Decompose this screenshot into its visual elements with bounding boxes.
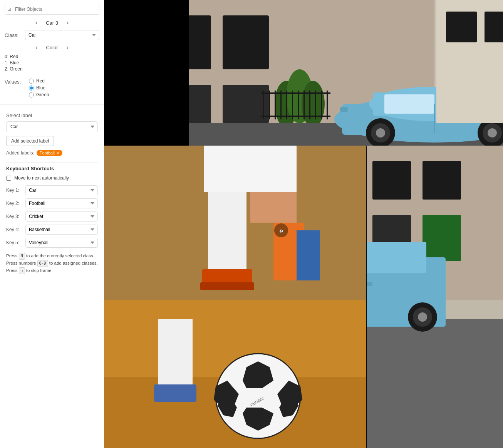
- select-label-title: Select label: [6, 112, 98, 118]
- svg-point-33: [376, 128, 385, 138]
- help-line1b: to add the currently selected class.: [26, 253, 94, 258]
- help-line1: Press: [6, 253, 19, 258]
- color-option-2: 2: Green: [5, 66, 99, 72]
- color-prev-button[interactable]: ‹: [33, 43, 40, 52]
- svg-rect-12: [269, 91, 270, 119]
- help-line2: Press numbers: [6, 261, 37, 265]
- key-row-2: Key 2: CarFootballCricketBasketballVolle…: [6, 198, 98, 208]
- color-options-list: 0: Red 1: Blue 2: Green: [5, 54, 99, 72]
- class-select[interactable]: Car Football Cricket Basketball Volleyba…: [25, 30, 99, 40]
- divider-1: [5, 75, 99, 75]
- help-line3: Press: [6, 268, 19, 273]
- color-option-0: 0: Red: [5, 54, 99, 59]
- filter-input[interactable]: [5, 4, 99, 15]
- key-n-badge: N: [19, 253, 25, 260]
- values-section: Values: Red Blue Green: [5, 78, 99, 97]
- key-3-select[interactable]: CarFootballCricketBasketballVolleyball: [25, 211, 98, 221]
- divider-2: [0, 104, 104, 105]
- svg-rect-79: [367, 242, 426, 273]
- move-next-checkbox[interactable]: [6, 176, 11, 181]
- object-next-button[interactable]: ›: [64, 18, 71, 27]
- radio-blue[interactable]: Blue: [29, 85, 49, 91]
- key-arrow-badge: →: [19, 267, 25, 274]
- label-select-wrapper: Car Football Cricket Basketball Volleyba…: [6, 121, 98, 132]
- svg-rect-80: [367, 282, 372, 286]
- svg-text:⚽: ⚽: [279, 229, 283, 233]
- car-right-svg: [367, 146, 503, 448]
- svg-rect-74: [372, 215, 411, 246]
- svg-rect-20: [315, 91, 316, 119]
- help-text: Press N to add the currently selected cl…: [6, 252, 98, 274]
- svg-rect-17: [298, 91, 299, 119]
- key-2-select[interactable]: CarFootballCricketBasketballVolleyball: [25, 198, 98, 208]
- svg-point-36: [488, 128, 497, 138]
- svg-rect-3: [223, 15, 269, 69]
- filter-icon: ⊿: [8, 7, 12, 12]
- color-nav: ‹ Color ›: [5, 43, 99, 52]
- added-labels-prefix: Added labels:: [6, 150, 34, 156]
- radio-group: Red Blue Green: [29, 78, 49, 97]
- football-badge-close[interactable]: ✕: [56, 151, 59, 155]
- help-line2b: to add assigned classes.: [49, 261, 98, 265]
- football-image: TARMEC ⚽: [104, 146, 366, 448]
- svg-rect-49: [200, 282, 254, 290]
- car-scene-svg: [189, 0, 503, 146]
- class-label: Class:: [5, 32, 22, 38]
- radio-red[interactable]: Red: [29, 78, 49, 84]
- object-prev-button[interactable]: ‹: [33, 18, 40, 27]
- svg-rect-5: [223, 85, 269, 123]
- svg-rect-76: [423, 215, 461, 261]
- car-image: [189, 0, 503, 146]
- radio-green[interactable]: Green: [29, 92, 49, 97]
- key-row-3: Key 3: CarFootballCricketBasketballVolle…: [6, 211, 98, 221]
- svg-rect-22: [327, 91, 328, 119]
- car-right-image: [367, 146, 503, 448]
- key-1-label: Key 1:: [6, 188, 22, 193]
- svg-rect-39: [446, 12, 477, 42]
- key-5-select[interactable]: CarFootballCricketBasketballVolleyball: [25, 238, 98, 248]
- object-nav-label: Car 3: [46, 20, 58, 26]
- svg-rect-77: [367, 319, 503, 448]
- svg-rect-19: [309, 91, 310, 119]
- svg-rect-21: [321, 91, 322, 119]
- move-next-row: Move to next automatically: [6, 175, 98, 181]
- values-label: Values:: [5, 79, 26, 85]
- keyboard-shortcuts-title: Keyboard Shortcuts: [6, 166, 98, 171]
- color-nav-label: Color: [46, 45, 58, 50]
- svg-rect-15: [286, 91, 287, 119]
- key-4-select[interactable]: CarFootballCricketBasketballVolleyball: [25, 225, 98, 235]
- football-badge: Football ✕: [37, 150, 62, 156]
- svg-rect-14: [280, 91, 282, 119]
- key-row-1: Key 1: CarFootballCricketBasketballVolle…: [6, 185, 98, 195]
- svg-rect-28: [384, 94, 434, 114]
- filter-wrapper: ⊿: [5, 4, 99, 15]
- bottom-section: Select label Car Football Cricket Basket…: [0, 108, 104, 448]
- svg-rect-2: [189, 15, 211, 69]
- svg-rect-40: [485, 12, 503, 42]
- svg-rect-9: [261, 92, 330, 94]
- object-nav: ‹ Car 3 ›: [5, 18, 99, 27]
- key-1-select[interactable]: CarFootballCricketBasketballVolleyball: [25, 185, 98, 195]
- color-next-button[interactable]: ›: [64, 43, 71, 52]
- football-scene-svg: TARMEC ⚽: [104, 146, 366, 448]
- svg-rect-16: [292, 91, 293, 119]
- svg-rect-11: [263, 91, 264, 119]
- top-section: ⊿ ‹ Car 3 › Class: Car Football Cricket …: [0, 0, 104, 101]
- key-3-label: Key 3:: [6, 214, 22, 219]
- key-row-4: Key 4: CarFootballCricketBasketballVolle…: [6, 225, 98, 235]
- svg-rect-72: [423, 161, 461, 200]
- images-area: TARMEC ⚽: [104, 0, 503, 448]
- class-row: Class: Car Football Cricket Basketball V…: [5, 30, 99, 40]
- help-line3b: to skip frame: [26, 268, 52, 273]
- move-next-label: Move to next automatically: [14, 175, 69, 181]
- label-select[interactable]: Car Football Cricket Basketball Volleyba…: [6, 121, 98, 132]
- svg-rect-51: [204, 146, 297, 192]
- left-panel: ⊿ ‹ Car 3 › Class: Car Football Cricket …: [0, 0, 104, 448]
- color-option-1: 1: Blue: [5, 60, 99, 65]
- svg-rect-66: [154, 384, 196, 402]
- svg-rect-10: [261, 116, 330, 117]
- football-badge-text: Football: [40, 151, 55, 155]
- add-selected-label-button[interactable]: Add selected label: [6, 136, 54, 146]
- divider-3: [6, 162, 98, 163]
- svg-rect-71: [372, 161, 411, 200]
